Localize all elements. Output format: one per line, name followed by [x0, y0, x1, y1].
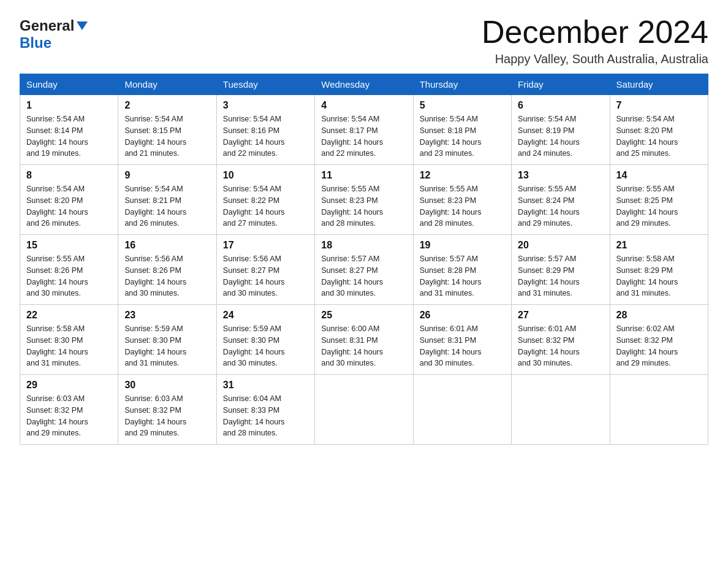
day-number: 3 — [223, 100, 308, 111]
table-row: 15 Sunrise: 5:55 AM Sunset: 8:26 PM Dayl… — [20, 235, 118, 305]
table-row: 21 Sunrise: 5:58 AM Sunset: 8:29 PM Dayl… — [610, 235, 708, 305]
day-info: Sunrise: 5:54 AM Sunset: 8:15 PM Dayligh… — [124, 113, 210, 159]
header-thursday: Thursday — [413, 74, 511, 95]
day-info: Sunrise: 5:54 AM Sunset: 8:20 PM Dayligh… — [26, 183, 112, 229]
day-number: 31 — [223, 380, 308, 391]
day-number: 29 — [26, 380, 112, 391]
day-info: Sunrise: 5:55 AM Sunset: 8:23 PM Dayligh… — [420, 183, 505, 229]
weekday-header-row: Sunday Monday Tuesday Wednesday Thursday… — [20, 74, 708, 95]
table-row — [610, 375, 708, 445]
table-row: 7 Sunrise: 5:54 AM Sunset: 8:20 PM Dayli… — [610, 95, 708, 165]
table-row: 14 Sunrise: 5:55 AM Sunset: 8:25 PM Dayl… — [610, 165, 708, 235]
header-saturday: Saturday — [610, 74, 708, 95]
header-wednesday: Wednesday — [315, 74, 413, 95]
table-row: 29 Sunrise: 6:03 AM Sunset: 8:32 PM Dayl… — [20, 375, 118, 445]
day-info: Sunrise: 5:56 AM Sunset: 8:27 PM Dayligh… — [223, 253, 308, 299]
day-info: Sunrise: 5:54 AM Sunset: 8:21 PM Dayligh… — [124, 183, 210, 229]
table-row: 24 Sunrise: 5:59 AM Sunset: 8:30 PM Dayl… — [216, 305, 314, 375]
logo-triangle-icon — [75, 20, 89, 34]
calendar-week-row: 29 Sunrise: 6:03 AM Sunset: 8:32 PM Dayl… — [20, 375, 708, 445]
header-friday: Friday — [512, 74, 610, 95]
table-row — [512, 375, 610, 445]
day-number: 13 — [518, 170, 603, 181]
header-tuesday: Tuesday — [216, 74, 314, 95]
day-number: 23 — [124, 310, 210, 321]
day-info: Sunrise: 6:00 AM Sunset: 8:31 PM Dayligh… — [321, 323, 406, 369]
table-row: 12 Sunrise: 5:55 AM Sunset: 8:23 PM Dayl… — [413, 165, 511, 235]
table-row: 31 Sunrise: 6:04 AM Sunset: 8:33 PM Dayl… — [216, 375, 314, 445]
logo-blue-text: Blue — [20, 34, 51, 51]
day-info: Sunrise: 5:57 AM Sunset: 8:29 PM Dayligh… — [518, 253, 603, 299]
day-number: 17 — [223, 240, 308, 251]
table-row: 25 Sunrise: 6:00 AM Sunset: 8:31 PM Dayl… — [315, 305, 413, 375]
day-info: Sunrise: 6:04 AM Sunset: 8:33 PM Dayligh… — [223, 393, 308, 439]
table-row: 6 Sunrise: 5:54 AM Sunset: 8:19 PM Dayli… — [512, 95, 610, 165]
day-number: 14 — [616, 170, 702, 181]
day-number: 19 — [420, 240, 505, 251]
day-info: Sunrise: 5:55 AM Sunset: 8:23 PM Dayligh… — [321, 183, 406, 229]
table-row: 10 Sunrise: 5:54 AM Sunset: 8:22 PM Dayl… — [216, 165, 314, 235]
day-info: Sunrise: 5:54 AM Sunset: 8:19 PM Dayligh… — [518, 113, 603, 159]
table-row — [413, 375, 511, 445]
day-number: 21 — [616, 240, 702, 251]
day-info: Sunrise: 5:59 AM Sunset: 8:30 PM Dayligh… — [223, 323, 308, 369]
day-number: 30 — [124, 380, 210, 391]
table-row: 16 Sunrise: 5:56 AM Sunset: 8:26 PM Dayl… — [118, 235, 216, 305]
table-row: 8 Sunrise: 5:54 AM Sunset: 8:20 PM Dayli… — [20, 165, 118, 235]
day-number: 18 — [321, 240, 406, 251]
day-number: 16 — [124, 240, 210, 251]
logo: General Blue — [20, 15, 89, 52]
day-info: Sunrise: 6:03 AM Sunset: 8:32 PM Dayligh… — [26, 393, 112, 439]
day-info: Sunrise: 5:55 AM Sunset: 8:24 PM Dayligh… — [518, 183, 603, 229]
calendar-week-row: 15 Sunrise: 5:55 AM Sunset: 8:26 PM Dayl… — [20, 235, 708, 305]
day-number: 27 — [518, 310, 603, 321]
table-row: 3 Sunrise: 5:54 AM Sunset: 8:16 PM Dayli… — [216, 95, 314, 165]
table-row: 20 Sunrise: 5:57 AM Sunset: 8:29 PM Dayl… — [512, 235, 610, 305]
day-number: 28 — [616, 310, 702, 321]
day-number: 4 — [321, 100, 406, 111]
day-number: 15 — [26, 240, 112, 251]
day-info: Sunrise: 5:54 AM Sunset: 8:17 PM Dayligh… — [321, 113, 406, 159]
day-number: 22 — [26, 310, 112, 321]
day-info: Sunrise: 6:01 AM Sunset: 8:31 PM Dayligh… — [420, 323, 505, 369]
day-number: 5 — [420, 100, 505, 111]
table-row: 18 Sunrise: 5:57 AM Sunset: 8:27 PM Dayl… — [315, 235, 413, 305]
table-row: 5 Sunrise: 5:54 AM Sunset: 8:18 PM Dayli… — [413, 95, 511, 165]
table-row — [315, 375, 413, 445]
table-row: 17 Sunrise: 5:56 AM Sunset: 8:27 PM Dayl… — [216, 235, 314, 305]
day-number: 20 — [518, 240, 603, 251]
day-info: Sunrise: 5:54 AM Sunset: 8:16 PM Dayligh… — [223, 113, 308, 159]
table-row: 1 Sunrise: 5:54 AM Sunset: 8:14 PM Dayli… — [20, 95, 118, 165]
day-info: Sunrise: 5:54 AM Sunset: 8:14 PM Dayligh… — [26, 113, 112, 159]
day-info: Sunrise: 5:54 AM Sunset: 8:18 PM Dayligh… — [420, 113, 505, 159]
day-number: 26 — [420, 310, 505, 321]
location-title: Happy Valley, South Australia, Australia — [482, 52, 708, 66]
day-info: Sunrise: 5:59 AM Sunset: 8:30 PM Dayligh… — [124, 323, 210, 369]
day-number: 7 — [616, 100, 702, 111]
day-number: 8 — [26, 170, 112, 181]
table-row: 23 Sunrise: 5:59 AM Sunset: 8:30 PM Dayl… — [118, 305, 216, 375]
title-section: December 2024 Happy Valley, South Austra… — [482, 15, 708, 66]
table-row: 26 Sunrise: 6:01 AM Sunset: 8:31 PM Dayl… — [413, 305, 511, 375]
day-info: Sunrise: 5:57 AM Sunset: 8:27 PM Dayligh… — [321, 253, 406, 299]
header: General Blue December 2024 Happy Valley,… — [20, 15, 708, 66]
calendar-table: Sunday Monday Tuesday Wednesday Thursday… — [20, 74, 708, 445]
day-info: Sunrise: 5:57 AM Sunset: 8:28 PM Dayligh… — [420, 253, 505, 299]
table-row: 9 Sunrise: 5:54 AM Sunset: 8:21 PM Dayli… — [118, 165, 216, 235]
day-info: Sunrise: 5:54 AM Sunset: 8:20 PM Dayligh… — [616, 113, 702, 159]
header-monday: Monday — [118, 74, 216, 95]
calendar-week-row: 1 Sunrise: 5:54 AM Sunset: 8:14 PM Dayli… — [20, 95, 708, 165]
day-info: Sunrise: 5:56 AM Sunset: 8:26 PM Dayligh… — [124, 253, 210, 299]
logo-general-text: General — [20, 17, 74, 34]
day-info: Sunrise: 5:54 AM Sunset: 8:22 PM Dayligh… — [223, 183, 308, 229]
day-number: 2 — [124, 100, 210, 111]
table-row: 19 Sunrise: 5:57 AM Sunset: 8:28 PM Dayl… — [413, 235, 511, 305]
table-row: 4 Sunrise: 5:54 AM Sunset: 8:17 PM Dayli… — [315, 95, 413, 165]
day-info: Sunrise: 5:58 AM Sunset: 8:29 PM Dayligh… — [616, 253, 702, 299]
day-info: Sunrise: 6:03 AM Sunset: 8:32 PM Dayligh… — [124, 393, 210, 439]
day-info: Sunrise: 5:58 AM Sunset: 8:30 PM Dayligh… — [26, 323, 112, 369]
table-row: 27 Sunrise: 6:01 AM Sunset: 8:32 PM Dayl… — [512, 305, 610, 375]
day-number: 24 — [223, 310, 308, 321]
calendar-week-row: 22 Sunrise: 5:58 AM Sunset: 8:30 PM Dayl… — [20, 305, 708, 375]
svg-marker-0 — [77, 21, 88, 30]
